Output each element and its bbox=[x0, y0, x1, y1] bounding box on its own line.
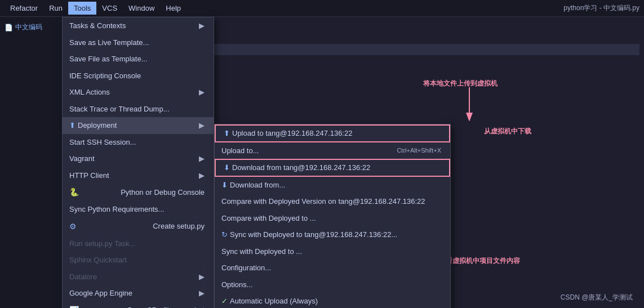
stack-trace-item[interactable]: Stack Trace or Thread Dump... bbox=[63, 101, 214, 118]
checkmark-icon: ✓ bbox=[221, 296, 228, 307]
xml-actions-item[interactable]: XML Actions ▶ bbox=[63, 84, 214, 101]
compare-deployed-tang-item[interactable]: Compare with Deployed Version on tang@19… bbox=[215, 193, 450, 210]
start-ssh-item[interactable]: Start SSH Session... bbox=[63, 134, 214, 151]
arrow-icon: ▶ bbox=[199, 20, 205, 32]
download-icon: ⬇ bbox=[224, 162, 230, 173]
save-live-template-item[interactable]: Save as Live Template... bbox=[63, 34, 214, 51]
sync-deployed-tang-item[interactable]: ↻ Sync with Deployed to tang@192.168.247… bbox=[215, 226, 450, 243]
python-icon: 🐍 bbox=[69, 186, 79, 198]
deployment-item[interactable]: ⬆ Deployment ▶ bbox=[63, 117, 214, 134]
arrow-icon: ▶ bbox=[199, 271, 205, 283]
shortcut-label: Ctrl+Alt+Shift+X bbox=[397, 146, 441, 155]
menubar-help[interactable]: Help bbox=[160, 2, 186, 15]
menubar: Refactor Run Tools VCS Window Help pytho… bbox=[0, 0, 644, 17]
sidebar: 📄 中文编码 bbox=[0, 17, 68, 308]
datalore-item: Datalore ▶ bbox=[63, 269, 214, 285]
file-icon: 📄 bbox=[5, 24, 13, 32]
menubar-run[interactable]: Run bbox=[43, 2, 68, 15]
window-title: python学习 - 中文编码.py bbox=[563, 3, 639, 13]
arrow-icon: ▶ bbox=[199, 170, 205, 181]
create-setup-item[interactable]: ⚙ Create setup.py bbox=[63, 218, 214, 235]
open-cprofile-item[interactable]: 📊 Open CProfile snapshot bbox=[63, 302, 214, 309]
download2-icon: ⬇ bbox=[221, 180, 228, 191]
sync-python-item[interactable]: Sync Python Requirements... bbox=[63, 201, 214, 218]
tools-menu: Tasks & Contexts ▶ Save as Live Template… bbox=[62, 17, 214, 308]
menubar-refactor[interactable]: Refactor bbox=[5, 2, 43, 15]
arrow-icon: ▶ bbox=[199, 120, 205, 131]
options-item[interactable]: Options... bbox=[215, 276, 450, 293]
deployment-icon: ⬆ bbox=[69, 120, 75, 131]
cprofile-icon: 📊 bbox=[69, 305, 79, 309]
arrow-icon: ▶ bbox=[199, 153, 205, 164]
ide-scripting-item[interactable]: IDE Scripting Console bbox=[63, 68, 214, 84]
menubar-window[interactable]: Window bbox=[123, 2, 160, 15]
arrow-icon: ▶ bbox=[199, 87, 205, 98]
http-client-item[interactable]: HTTP Client ▶ bbox=[63, 167, 214, 184]
sphinx-quickstart-item: Sphinx Quickstart bbox=[63, 252, 214, 269]
upload-icon: ⬆ bbox=[224, 128, 230, 139]
download-from-tang-item[interactable]: ⬇ Download from tang@192.168.247.136:22 bbox=[215, 159, 450, 177]
vagrant-item[interactable]: Vagrant ▶ bbox=[63, 150, 214, 167]
sidebar-tab-label: 中文编码 bbox=[15, 23, 42, 32]
upload-to-item[interactable]: Upload to... Ctrl+Alt+Shift+X bbox=[215, 142, 450, 159]
arrow-icon: ▶ bbox=[199, 288, 205, 299]
watermark: CSDN @唐某人_学测试 bbox=[561, 293, 633, 302]
dropdown-container: Tasks & Contexts ▶ Save as Live Template… bbox=[62, 17, 451, 308]
menubar-vcs[interactable]: VCS bbox=[96, 2, 123, 15]
upload-to-tang-item[interactable]: ⬆ Upload to tang@192.168.247.136:22 bbox=[215, 124, 450, 142]
compare-deployed-to-item[interactable]: Compare with Deployed to ... bbox=[215, 210, 450, 227]
run-setup-item: Run setup.py Task... bbox=[63, 235, 214, 252]
sync-deployed-to-item[interactable]: Sync with Deployed to ... bbox=[215, 243, 450, 260]
save-file-template-item[interactable]: Save File as Template... bbox=[63, 51, 214, 68]
deployment-submenu: ⬆ Upload to tang@192.168.247.136:22 Uplo… bbox=[214, 124, 451, 308]
sync-icon: ↻ bbox=[221, 229, 228, 240]
menubar-tools[interactable]: Tools bbox=[68, 2, 96, 15]
download-from-item[interactable]: ⬇ Download from... bbox=[215, 177, 450, 194]
python-debug-console-item[interactable]: 🐍 Python or Debug Console bbox=[63, 184, 214, 201]
google-app-engine-item[interactable]: Google App Engine ▶ bbox=[63, 285, 214, 302]
sidebar-tab: 📄 中文编码 bbox=[0, 19, 67, 35]
configuration-item[interactable]: Configuration... bbox=[215, 260, 450, 276]
automatic-upload-item[interactable]: ✓ Automatic Upload (Always) bbox=[215, 293, 450, 308]
setup-icon: ⚙ bbox=[69, 221, 77, 233]
tasks-contexts-item[interactable]: Tasks & Contexts ▶ bbox=[63, 17, 214, 34]
